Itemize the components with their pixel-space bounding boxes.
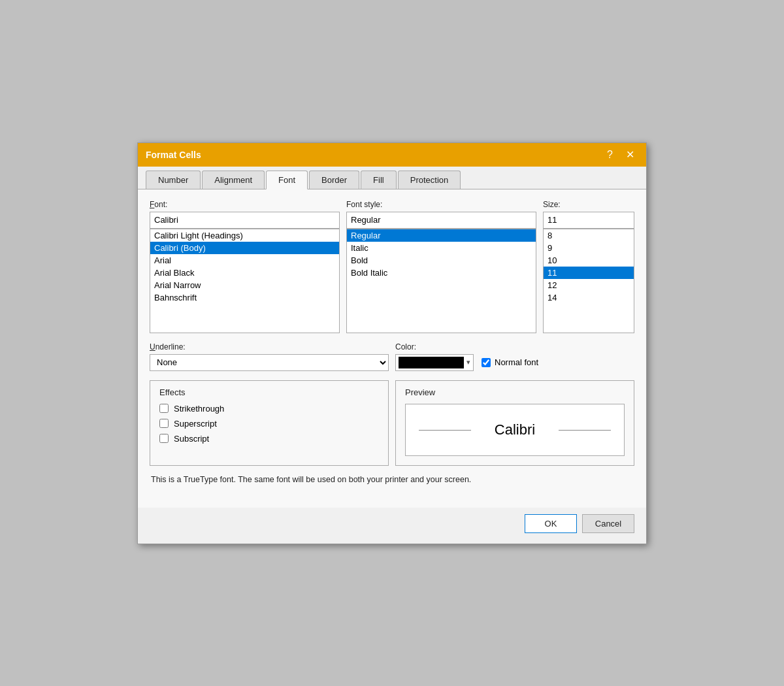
- cancel-button[interactable]: Cancel: [582, 514, 634, 533]
- preview-group: Preview Calibri: [395, 380, 634, 466]
- color-label: Color:: [395, 342, 634, 351]
- info-text: This is a TrueType font. The same font w…: [150, 475, 634, 484]
- size-input[interactable]: [543, 212, 634, 229]
- title-bar: Format Cells ? ✕: [138, 143, 646, 167]
- font-input[interactable]: [150, 212, 340, 229]
- subscript-checkbox[interactable]: [159, 434, 169, 443]
- preview-box: Calibri: [405, 404, 625, 456]
- tab-content: Font: Calibri Light (Headings) Calibri (…: [138, 189, 646, 508]
- tabs-bar: Number Alignment Font Border Fill Protec…: [138, 167, 646, 189]
- tab-number[interactable]: Number: [146, 171, 201, 189]
- color-dropdown-arrow: ▾: [466, 358, 470, 367]
- tab-protection[interactable]: Protection: [398, 171, 461, 189]
- list-item-italic[interactable]: Italic: [347, 242, 536, 254]
- preview-line-right: [559, 430, 611, 431]
- strikethrough-checkbox[interactable]: [159, 404, 169, 413]
- tab-alignment[interactable]: Alignment: [202, 171, 265, 189]
- format-cells-dialog: Format Cells ? ✕ Number Alignment Font B…: [137, 142, 647, 544]
- underline-column: Underline: None Single Double Single Acc…: [150, 342, 389, 371]
- list-item[interactable]: Arial Narrow: [150, 279, 339, 291]
- list-item-10[interactable]: 10: [544, 254, 634, 267]
- tab-font[interactable]: Font: [266, 171, 308, 189]
- list-item-bold-italic[interactable]: Bold Italic: [347, 267, 536, 279]
- list-item[interactable]: Bahnschrift: [150, 291, 339, 304]
- underline-label: Underline:: [150, 342, 389, 351]
- color-picker-button[interactable]: ▾: [395, 354, 474, 371]
- superscript-text: Superscript: [174, 419, 217, 429]
- title-bar-controls: ? ✕: [603, 148, 638, 161]
- list-item-selected[interactable]: Calibri (Body): [150, 242, 339, 254]
- superscript-label[interactable]: Superscript: [159, 419, 379, 429]
- list-item-9[interactable]: 9: [544, 242, 634, 254]
- normal-font-checkbox-label[interactable]: Normal font: [482, 357, 538, 367]
- subscript-text: Subscript: [174, 434, 209, 444]
- list-item-8[interactable]: 8: [544, 229, 634, 242]
- font-style-column: Font style: Regular Italic Bold Bold Ita…: [346, 200, 536, 333]
- dialog-title: Format Cells: [146, 150, 201, 160]
- underline-color-row: Underline: None Single Double Single Acc…: [150, 342, 634, 371]
- help-button[interactable]: ?: [603, 148, 617, 161]
- font-list[interactable]: Calibri Light (Headings) Calibri (Body) …: [150, 229, 340, 333]
- ok-button[interactable]: OK: [525, 514, 577, 533]
- underline-select[interactable]: None Single Double Single Accounting Dou…: [150, 354, 389, 371]
- preview-line-left: [419, 430, 471, 431]
- strikethrough-label[interactable]: Strikethrough: [159, 404, 379, 414]
- list-item-regular[interactable]: Regular: [347, 229, 536, 242]
- close-button[interactable]: ✕: [622, 148, 638, 161]
- list-item-12[interactable]: 12: [544, 279, 634, 291]
- size-list[interactable]: 8 9 10 11 12 14: [543, 229, 634, 333]
- color-swatch: [399, 357, 464, 368]
- font-style-list[interactable]: Regular Italic Bold Bold Italic: [346, 229, 536, 333]
- font-column: Font: Calibri Light (Headings) Calibri (…: [150, 200, 340, 333]
- subscript-label[interactable]: Subscript: [159, 434, 379, 444]
- font-style-label: Font style:: [346, 200, 536, 209]
- superscript-checkbox[interactable]: [159, 419, 169, 428]
- normal-font-label: Normal font: [495, 357, 538, 367]
- list-item-14[interactable]: 14: [544, 291, 634, 304]
- tab-fill[interactable]: Fill: [361, 171, 397, 189]
- tab-border[interactable]: Border: [309, 171, 359, 189]
- effects-preview-row: Effects Strikethrough Superscript Subscr…: [150, 380, 634, 466]
- list-item[interactable]: Arial: [150, 254, 339, 267]
- dialog-footer: OK Cancel: [138, 508, 646, 544]
- list-item-11[interactable]: 11: [544, 267, 634, 279]
- effects-group: Effects Strikethrough Superscript Subscr…: [150, 380, 389, 466]
- strikethrough-text: Strikethrough: [174, 404, 224, 414]
- preview-title: Preview: [405, 387, 625, 397]
- font-label: Font:: [150, 200, 340, 209]
- list-item[interactable]: Calibri Light (Headings): [150, 229, 339, 242]
- size-column: Size: 8 9 10 11 12 14: [543, 200, 634, 333]
- font-style-input[interactable]: [346, 212, 536, 229]
- list-item[interactable]: Arial Black: [150, 267, 339, 279]
- top-fields-row: Font: Calibri Light (Headings) Calibri (…: [150, 200, 634, 333]
- color-column: Color: ▾ Normal font: [395, 342, 634, 371]
- size-label: Size:: [543, 200, 634, 209]
- list-item-bold[interactable]: Bold: [347, 254, 536, 267]
- preview-text: Calibri: [495, 421, 535, 438]
- normal-font-checkbox[interactable]: [482, 358, 491, 367]
- effects-title: Effects: [159, 387, 379, 397]
- underline-select-wrap: None Single Double Single Accounting Dou…: [150, 354, 389, 371]
